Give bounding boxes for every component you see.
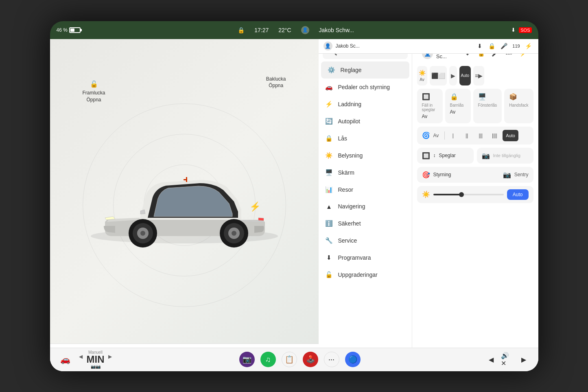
feature-windowlock[interactable]: 🖥️ Fönsterlås xyxy=(473,89,502,123)
cam-icons: 📷📷 xyxy=(87,364,105,369)
light-mode1-button[interactable]: ⬛⬜ xyxy=(430,66,447,85)
camera-app-button[interactable]: 📷 xyxy=(239,352,255,367)
baklucka-title: Baklucka xyxy=(266,76,286,83)
status-user-icon: 👤 xyxy=(301,26,309,34)
volume-mute-button[interactable]: 🔊✕ xyxy=(501,353,514,366)
gear-value-label: MIN xyxy=(87,355,105,364)
sentry-icon: 📷 xyxy=(482,152,490,160)
sun-icon: ☀️ xyxy=(419,70,426,76)
menu-label-las: Lås xyxy=(338,135,348,142)
status-bar-left: 46 % xyxy=(57,27,81,33)
menu-item-las[interactable]: 🔒 Lås xyxy=(319,130,412,147)
status-temp: 22°C xyxy=(278,27,291,33)
auto-label: Auto xyxy=(461,73,470,78)
menu-item-skarm[interactable]: 🖥️ Skärm xyxy=(319,164,412,181)
mirrors-sentry-row: 🔲 ↕ Speglar 📷 Inte tillgänglig xyxy=(417,148,533,164)
resor-icon: 📊 xyxy=(325,186,333,193)
feature-mirrors[interactable]: 🔲 Fäll in speglar Av xyxy=(417,89,443,123)
menu-item-service[interactable]: 🔧 Service xyxy=(319,232,412,249)
las-icon: 🔒 xyxy=(325,135,333,142)
mic-icon2: 🎤 xyxy=(499,41,509,51)
sentry-card[interactable]: 📷 Inte tillgänglig xyxy=(477,148,533,164)
cam-icon: 📷📷 xyxy=(91,364,101,369)
user-name-secondary: Jakob Sc... xyxy=(336,43,360,49)
light-mode3-button[interactable]: ≡▶ xyxy=(473,66,484,85)
bluetooth-button[interactable]: 🔵 xyxy=(345,352,361,367)
menu-item-resor[interactable]: 📊 Resor xyxy=(319,181,412,198)
svg-rect-10 xyxy=(186,177,187,182)
service-icon: 🔧 xyxy=(325,237,333,244)
wiper-level3-button[interactable]: ||| xyxy=(475,130,486,141)
brightness-slider[interactable] xyxy=(433,194,504,195)
svg-point-4 xyxy=(140,231,145,236)
wiper-label: Av xyxy=(433,133,439,138)
glovebox-icon: 📦 xyxy=(509,93,528,101)
mirrors-label-text: Speglar xyxy=(439,153,456,158)
menu-item-belysning[interactable]: ☀️ Belysning xyxy=(319,147,412,164)
wiper-auto-button[interactable]: Auto xyxy=(503,130,518,141)
menu-item-sakerhet[interactable]: ℹ️ Säkerhet xyxy=(319,215,412,232)
mirrors-card-icon: 🔲 xyxy=(422,152,430,160)
download-icon: ⬇ xyxy=(511,27,516,33)
status-lock-icon: 🔒 xyxy=(238,27,245,33)
lock-icon2: 🔒 xyxy=(487,41,497,51)
light-auto-button[interactable]: Auto xyxy=(459,66,471,85)
feature-childlock[interactable]: 🔒 Barnlås Av xyxy=(445,89,471,123)
game-app-button[interactable]: 🕹️ xyxy=(303,352,318,367)
framlucka-action: Öppna xyxy=(83,96,105,103)
wiper-icon: 🌀 xyxy=(422,131,430,139)
status-center: 🔒 17:27 22°C 👤 Jakob Schw... xyxy=(238,26,354,34)
volume-down-button[interactable]: ◀ xyxy=(485,353,498,366)
wiper-level1-button[interactable]: | xyxy=(447,130,459,141)
svg-point-8 xyxy=(232,231,236,236)
nav-arrow-left[interactable]: ◀ xyxy=(76,350,86,363)
menu-label-reglage: Reglage xyxy=(341,67,362,73)
status-user: Jakob Schw... xyxy=(319,27,354,33)
menu-item-reglage[interactable]: ⚙️ Reglage xyxy=(321,61,409,79)
light-off-button[interactable]: ☀️ Av xyxy=(417,66,427,85)
main-area: 🔓 Framlucka Öppna Baklucka Öppna xyxy=(50,39,538,371)
volume-up-button[interactable]: ▶ xyxy=(517,353,530,366)
menu-item-pedaler[interactable]: 🚗 Pedaler och styrning xyxy=(319,79,412,96)
steering-icon: 🎯 xyxy=(422,171,430,179)
menu-item-laddning[interactable]: ⚡ Laddning xyxy=(319,96,412,113)
feature-glovebox[interactable]: 📦 Handsfack xyxy=(504,89,533,123)
steering-card[interactable]: 🎯 Styrning 📷 Sentry xyxy=(417,167,533,183)
light-icon1: ⬛⬜ xyxy=(431,72,445,79)
battery-percentage: 46 % xyxy=(57,27,68,33)
taskbar-right: ◀ 🔊✕ ▶ xyxy=(485,353,530,366)
menu-item-uppgraderingar[interactable]: 🔓 Uppgraderingar xyxy=(319,266,412,283)
reglage-icon: ⚙️ xyxy=(328,66,336,74)
brightness-row: ☀️ Auto xyxy=(417,186,533,203)
car-button[interactable]: 🚗 xyxy=(58,352,73,367)
light-mode2-button[interactable]: ▶ xyxy=(449,66,457,85)
gear-label: Manuell MIN xyxy=(87,350,105,364)
secondary-status-bar: 👤 Jakob Sc... ⬇ 🔒 🎤 119 ⚡ xyxy=(319,39,538,54)
wiper-level4-button[interactable]: |||| xyxy=(489,130,500,141)
more-apps-button[interactable]: ··· xyxy=(324,352,339,367)
brightness-auto-button[interactable]: Auto xyxy=(507,189,529,200)
taskbar-left: 🚗 ◀ Manuell MIN 📷📷 ▶ xyxy=(58,350,115,369)
lighting-controls-row: ☀️ Av ⬛⬜ ▶ Auto ≡▶ xyxy=(417,66,533,85)
nav-arrow-right[interactable]: ▶ xyxy=(105,350,115,363)
mirrors-card[interactable]: 🔲 ↕ Speglar xyxy=(417,148,474,164)
status-bar: 46 % 🔒 17:27 22°C 👤 Jakob Schw... ⬇ SOS xyxy=(50,21,538,39)
notes-app-button[interactable]: 📋 xyxy=(282,352,297,367)
menu-item-autopilot[interactable]: 🔄 Autopilot xyxy=(319,113,412,130)
menu-label-pedaler: Pedaler och styrning xyxy=(338,84,390,90)
menu-label-uppgraderingar: Uppgraderingar xyxy=(338,272,378,278)
feature-cards-row: 🔲 Fäll in speglar Av 🔒 Barnlås Av 🖥️ Fön… xyxy=(417,89,533,123)
pedaler-icon: 🚗 xyxy=(325,83,333,91)
wiper-row: 🌀 Av | || ||| |||| Auto xyxy=(417,127,533,145)
wiper-level2-button[interactable]: || xyxy=(461,130,472,141)
windowlock-icon: 🖥️ xyxy=(478,93,497,101)
spotify-app-button[interactable]: ♫ xyxy=(260,352,276,367)
taskbar: 🚗 ◀ Manuell MIN 📷📷 ▶ 📷 ♫ 📋 🕹️ xyxy=(50,348,538,371)
sos-label: SOS xyxy=(519,27,531,33)
menu-item-navigering[interactable]: ▲ Navigering xyxy=(319,198,412,215)
menu-item-programvara[interactable]: ⬇ Programvara xyxy=(319,249,412,266)
wiper-controls: | || ||| |||| Auto xyxy=(444,130,528,141)
programvara-icon: ⬇ xyxy=(325,254,333,261)
menu-label-autopilot: Autopilot xyxy=(338,118,360,125)
status2-right: ⬇ 🔒 🎤 119 ⚡ xyxy=(475,41,533,51)
